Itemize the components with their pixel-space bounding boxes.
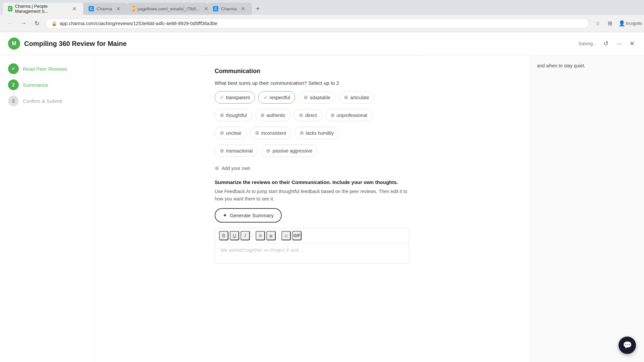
generate-summary-button[interactable]: ✦ Generate Summary (215, 208, 282, 223)
tab-3[interactable]: P pageflows.com/_emails/_/7fb5... ✕ (127, 3, 208, 15)
address-text: app.charma.com/coaching/reviews/1253e8dd… (60, 21, 217, 26)
chip-thoughtful[interactable]: ⊕ thoughtful (215, 109, 252, 121)
chat-icon: 💬 (623, 341, 632, 350)
page-title: Compiling 360 Review for Maine (24, 40, 579, 48)
reload-button[interactable]: ↻ (32, 19, 42, 28)
tab-label-4: Charma (221, 6, 236, 11)
tab-close-4[interactable]: ✕ (239, 5, 247, 13)
generate-summary-label: Generate Summary (230, 213, 274, 218)
more-options-button[interactable]: ··· (615, 39, 623, 49)
section-title: Communication (201, 61, 423, 80)
chips-row-4: ⊕ transactional ⊕ passive aggressive (201, 144, 423, 157)
right-panel: and when to stay quiet. (530, 55, 644, 362)
app-header: M Compiling 360 Review for Maine Saving.… (0, 32, 644, 55)
chip-label-unprofessional: unprofessional (337, 113, 367, 118)
chip-plus-icon-direct: ⊕ (299, 112, 303, 118)
bold-button[interactable]: B (219, 231, 228, 240)
chip-direct[interactable]: ⊕ direct (294, 109, 322, 121)
step-circle-1: ✓ (8, 63, 19, 74)
tab-2[interactable]: C Charma ✕ (83, 3, 127, 15)
back-button[interactable]: ← (5, 19, 15, 28)
tab-label-2: Charma (97, 6, 112, 11)
editor-body[interactable]: We worked together on Project X and... (215, 243, 409, 263)
chip-label-passive-aggressive: passive aggressive (272, 148, 312, 154)
profile-button[interactable]: 👤 (617, 19, 627, 28)
sidebar-item-summarize: Summarize (23, 82, 48, 88)
underline-button[interactable]: U (230, 231, 239, 240)
tab-favicon-2: C (89, 6, 94, 11)
chip-adaptable[interactable]: ⊕ adaptable (299, 91, 336, 104)
tab-1[interactable]: C Charma | People Management S... ✕ (3, 3, 83, 15)
chip-passive-aggressive[interactable]: ⊕ passive aggressive (261, 144, 317, 157)
bookmark-button[interactable]: ☆ (593, 19, 602, 28)
chip-plus-icon-passive-aggressive: ⊕ (266, 147, 270, 154)
tab-close-2[interactable]: ✕ (115, 5, 122, 13)
chip-authentic[interactable]: ⊕ authentic (255, 109, 291, 121)
gif-button[interactable]: GIF (292, 231, 302, 240)
toolbar-divider-1 (253, 232, 253, 239)
chip-label-unclear: unclear (226, 130, 241, 136)
chip-label-adaptable: adaptable (310, 95, 331, 100)
chip-plus-icon-unprofessional: ⊕ (330, 112, 335, 118)
chips-row-3: ⊕ unclear ⊕ inconsistent ⊕ lacks humilit… (201, 127, 423, 139)
address-bar[interactable]: 🔒 app.charma.com/coaching/reviews/1253e8… (46, 18, 589, 28)
chip-articulate[interactable]: ⊕ articulate (339, 91, 374, 104)
right-panel-text: and when to stay quiet. (537, 62, 637, 69)
emoji-button[interactable]: ☺ (281, 231, 291, 240)
sidebar-step-2[interactable]: 2 Summarize (8, 79, 86, 90)
new-tab-button[interactable]: + (252, 3, 264, 15)
bullet-list-button[interactable]: ≡ (256, 231, 265, 240)
browser-bar: ← → ↻ 🔒 app.charma.com/coaching/reviews/… (0, 15, 644, 32)
extension-button[interactable]: ⊞ (605, 19, 614, 28)
sidebar-item-read-peer-reviews: Read Peer Reviews (23, 66, 67, 72)
app-container: M Compiling 360 Review for Maine Saving.… (0, 32, 644, 362)
sidebar-step-3[interactable]: 3 Confirm & Submit (8, 96, 86, 106)
add-your-own-button[interactable]: ⊕ Add your own (201, 162, 423, 174)
chip-inconsistent[interactable]: ⊕ inconsistent (250, 127, 291, 139)
sidebar-step-1[interactable]: ✓ Read Peer Reviews (8, 63, 86, 74)
step-circle-2: 2 (8, 79, 19, 90)
browser-actions: ☆ ⊞ 👤 Incognito (593, 19, 639, 28)
chip-label-lacks-humility: lacks humility (306, 130, 334, 136)
toolbar-divider-2 (278, 232, 279, 239)
chip-lacks-humility[interactable]: ⊕ lacks humility (294, 127, 339, 139)
tab-4[interactable]: C Charma ✕ (208, 3, 252, 15)
chip-check-icon-respectful: ✓ (263, 94, 268, 101)
chip-respectful[interactable]: ✓ respectful (258, 91, 295, 104)
sparkle-icon: ✦ (223, 212, 227, 219)
editor-placeholder: We worked together on Project X and... (220, 247, 302, 253)
chip-plus-icon-adaptable: ⊕ (304, 94, 308, 101)
header-actions: Saving... ↺ ··· ✕ (579, 39, 636, 49)
tab-favicon-4: C (213, 6, 218, 11)
chips-row-2: ⊕ thoughtful ⊕ authentic ⊕ direct ⊕ (201, 109, 423, 121)
ordered-list-button[interactable]: ≣ (266, 231, 276, 240)
editor-toolbar: B U I ≡ ≣ ☺ GIF (215, 228, 409, 243)
chip-unprofessional[interactable]: ⊕ unprofessional (325, 109, 372, 121)
chip-transparent[interactable]: ✓ transparent (215, 91, 255, 104)
content-area: Communication What best sums up their co… (94, 55, 530, 362)
close-button[interactable]: ✕ (628, 39, 636, 49)
add-icon: ⊕ (215, 165, 219, 171)
italic-button[interactable]: I (240, 231, 250, 240)
saving-status: Saving... (579, 41, 597, 46)
chip-transactional[interactable]: ⊕ transactional (215, 144, 258, 157)
chip-plus-icon-transactional: ⊕ (220, 147, 224, 154)
chip-plus-icon-articulate: ⊕ (344, 94, 348, 101)
chat-button[interactable]: 💬 (619, 337, 636, 354)
chip-check-icon-transparent: ✓ (220, 94, 224, 101)
summarize-description: Use Feedback AI to jump start thoughtful… (201, 188, 423, 208)
chip-label-respectful: respectful (270, 95, 290, 100)
chip-label-thoughtful: thoughtful (226, 113, 247, 118)
chip-label-direct: direct (305, 113, 317, 118)
history-button[interactable]: ↺ (602, 39, 610, 49)
chip-unclear[interactable]: ⊕ unclear (215, 127, 247, 139)
add-your-own-label: Add your own (222, 166, 251, 171)
sidebar: ✓ Read Peer Reviews 2 Summarize 3 Confir… (0, 55, 94, 362)
tab-close-1[interactable]: ✕ (71, 5, 78, 13)
step-circle-3: 3 (8, 96, 19, 106)
chip-plus-icon-lacks-humility: ⊕ (300, 130, 304, 136)
summarize-heading: Summarize the reviews on their Communica… (201, 174, 423, 188)
chip-plus-icon-inconsistent: ⊕ (255, 130, 259, 136)
forward-button[interactable]: → (19, 19, 28, 28)
tab-favicon-3: P (132, 6, 135, 11)
